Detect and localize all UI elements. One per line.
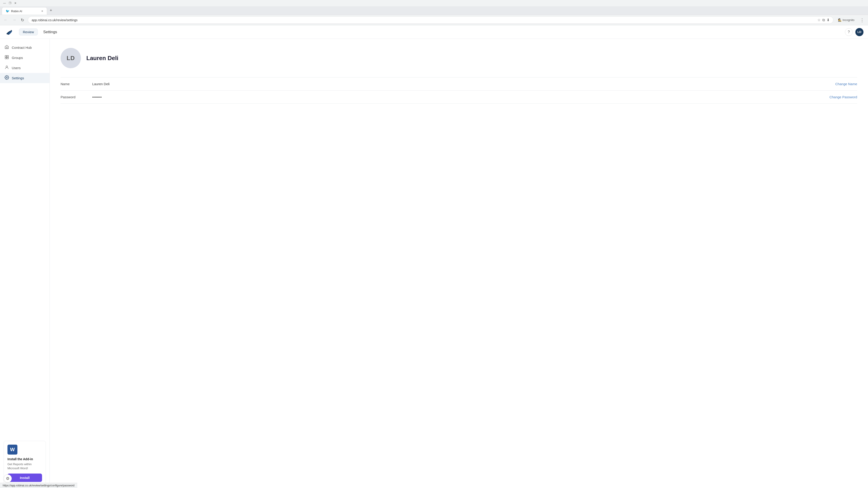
app-body: Contract Hub Groups <box>0 39 868 488</box>
sidebar-item-groups[interactable]: Groups <box>0 53 50 63</box>
home-icon <box>4 45 9 51</box>
address-text: app.robinai.co.uk/review/settings <box>32 18 815 22</box>
sidebar-nav: Contract Hub Groups <box>0 42 50 437</box>
incognito-label: Incognito <box>842 18 855 22</box>
word-icon: W <box>7 445 18 455</box>
svg-point-0 <box>11 30 12 31</box>
sidebar-item-settings[interactable]: Settings <box>0 73 50 83</box>
active-tab[interactable]: 🐦 Robin AI × <box>2 7 47 15</box>
main-content: LD Lauren Deli Name Lauren Deli Change N… <box>50 39 868 488</box>
new-tab-button[interactable]: + <box>47 6 55 15</box>
status-bar: https://app.robinai.co.uk/review/setting… <box>0 483 77 488</box>
change-password-link[interactable]: Change Password <box>829 95 857 99</box>
browser-more-button[interactable]: ⋮ <box>859 17 865 24</box>
app-logo[interactable] <box>4 28 13 37</box>
sidebar-label-contract-hub: Contract Hub <box>12 46 32 50</box>
settings-icon <box>4 75 9 81</box>
addon-title: Install the Add-in <box>7 457 42 461</box>
robin-ai-logo-icon <box>4 28 13 37</box>
minimize-button[interactable]: — <box>3 1 6 5</box>
settings-row-name: Name Lauren Deli Change Name <box>61 77 857 91</box>
svg-point-5 <box>6 66 8 67</box>
sidebar-label-groups: Groups <box>12 56 23 60</box>
sidebar-label-settings: Settings <box>12 76 24 80</box>
feedback-button[interactable]: ⚙ <box>4 475 12 483</box>
title-bar: — ❐ ✕ <box>0 0 868 6</box>
status-url: https://app.robinai.co.uk/review/setting… <box>3 484 74 487</box>
svg-rect-1 <box>5 56 7 57</box>
name-label: Name <box>61 82 92 86</box>
users-icon <box>4 65 9 71</box>
settings-row-password: Password •••••••• Change Password <box>61 91 857 104</box>
download-icon[interactable]: ⬇ <box>827 18 830 22</box>
close-window-button[interactable]: ✕ <box>13 1 17 5</box>
avatar-initials: LD <box>857 30 861 34</box>
change-name-link[interactable]: Change Name <box>835 82 857 86</box>
profile-header: LD Lauren Deli <box>61 48 857 68</box>
groups-icon <box>4 55 9 61</box>
name-value: Lauren Deli <box>92 82 835 86</box>
settings-table: Name Lauren Deli Change Name Password ••… <box>61 77 857 104</box>
restore-button[interactable]: ❐ <box>8 1 12 5</box>
svg-rect-4 <box>7 57 8 59</box>
reload-button[interactable]: ↻ <box>20 17 25 24</box>
tab-close-button[interactable]: × <box>41 9 43 13</box>
tab-bar: 🐦 Robin AI × + <box>0 6 868 15</box>
profile-avatar: LD <box>61 48 81 68</box>
sidebar-item-contract-hub[interactable]: Contract Hub <box>0 42 50 53</box>
bookmark-icon[interactable]: ☆ <box>817 18 820 22</box>
svg-point-6 <box>6 77 7 78</box>
help-button[interactable]: ? <box>845 28 852 36</box>
help-icon: ? <box>848 30 850 34</box>
tab-favicon-icon: 🐦 <box>6 9 9 13</box>
install-button[interactable]: Install <box>7 474 42 482</box>
window-controls: — ❐ ✕ <box>3 1 17 5</box>
extensions-icon[interactable]: ⧉ <box>822 18 825 22</box>
svg-rect-3 <box>5 57 7 59</box>
sidebar-item-users[interactable]: Users <box>0 63 50 73</box>
browser-chrome: — ❐ ✕ 🐦 Robin AI × + ← → ↻ app.robinai.c… <box>0 0 868 25</box>
svg-rect-2 <box>7 56 8 57</box>
address-input[interactable]: app.robinai.co.uk/review/settings ☆ ⧉ ⬇ <box>28 16 833 24</box>
profile-name: Lauren Deli <box>86 55 119 62</box>
app-header: Review Settings ? LD <box>0 25 868 39</box>
sidebar-label-users: Users <box>12 66 21 70</box>
back-button[interactable]: ← <box>3 17 8 23</box>
password-label: Password <box>61 95 92 99</box>
review-button[interactable]: Review <box>19 29 38 35</box>
avatar[interactable]: LD <box>855 28 864 36</box>
profile-avatar-initials: LD <box>67 55 75 62</box>
incognito-icon: 🕵 <box>838 18 842 22</box>
page-title: Settings <box>43 30 57 34</box>
address-bar: ← → ↻ app.robinai.co.uk/review/settings … <box>0 15 868 25</box>
feedback-icon: ⚙ <box>6 476 9 481</box>
tab-label: Robin AI <box>11 9 22 13</box>
forward-button[interactable]: → <box>11 17 17 23</box>
addon-description: Get Reports within Microsoft Word! <box>7 462 42 470</box>
incognito-badge: 🕵 Incognito <box>836 18 856 23</box>
password-value: •••••••• <box>92 95 829 99</box>
sidebar: Contract Hub Groups <box>0 39 50 488</box>
